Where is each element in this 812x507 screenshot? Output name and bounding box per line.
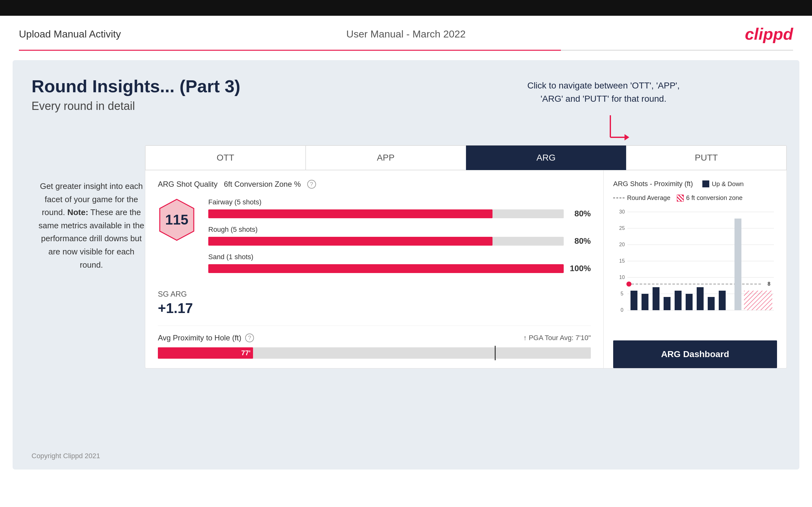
- legend-dash-icon: [613, 198, 624, 199]
- tab-arg[interactable]: ARG: [466, 146, 626, 170]
- sg-label: SG ARG: [158, 290, 591, 298]
- shot-quality-bars: Fairway (5 shots) 80% Rough (5 shots): [208, 198, 591, 280]
- svg-rect-32: [744, 291, 772, 310]
- legend-square-icon: [702, 180, 709, 187]
- shot-row-rough: Rough (5 shots) 80%: [208, 225, 591, 246]
- svg-rect-26: [686, 294, 693, 310]
- svg-rect-28: [708, 297, 715, 310]
- note-label: Note:: [67, 208, 88, 217]
- svg-marker-2: [624, 134, 629, 140]
- svg-rect-29: [719, 291, 726, 310]
- bar-pct-rough: 80%: [569, 236, 591, 246]
- header-divider: [19, 50, 793, 51]
- legend-hatch-icon: [677, 194, 684, 202]
- arg-dashboard-button[interactable]: ARG Dashboard: [613, 340, 777, 368]
- tab-app[interactable]: APP: [306, 146, 466, 170]
- bar-bg-sand: [208, 264, 564, 273]
- section-header: ARG Shot Quality 6ft Conversion Zone % ?: [158, 180, 591, 189]
- bar-bg-fairway: [208, 210, 564, 218]
- annotation-top: Click to navigate between 'OTT', 'APP','…: [527, 79, 680, 106]
- svg-rect-24: [664, 297, 670, 310]
- left-panel: ARG Shot Quality 6ft Conversion Zone % ?…: [145, 170, 604, 368]
- dashboard-panel: OTT APP ARG PUTT ARG Shot Quality 6ft Co…: [145, 145, 787, 369]
- bar-fill-fairway: [208, 210, 493, 218]
- svg-text:20: 20: [619, 242, 625, 247]
- pga-label: ↑ PGA Tour Avg: 7'10": [523, 334, 591, 342]
- svg-text:0: 0: [621, 307, 623, 313]
- shot-row-sand: Sand (1 shots) 100%: [208, 253, 591, 273]
- help-icon[interactable]: ?: [307, 180, 316, 189]
- svg-rect-25: [675, 291, 681, 310]
- svg-text:30: 30: [619, 209, 625, 215]
- shot-label-sand: Sand (1 shots): [208, 253, 591, 261]
- legend-up-down-label: Up & Down: [712, 180, 744, 188]
- header: Upload Manual Activity User Manual - Mar…: [0, 16, 812, 50]
- hex-container: 115 Fairway (5 shots) 80%: [158, 198, 591, 280]
- proximity-header: Avg Proximity to Hole (ft) ? ↑ PGA Tour …: [158, 334, 591, 342]
- main-content: Round Insights... (Part 3) Every round i…: [13, 60, 799, 469]
- shot-label-rough: Rough (5 shots): [208, 225, 591, 234]
- legend-6ft-label: 6 ft conversion zone: [686, 194, 743, 202]
- tab-ott[interactable]: OTT: [145, 146, 306, 170]
- chart-area: 0 5 10 15 20 25 30: [613, 208, 777, 334]
- hexagon-value: 115: [165, 212, 188, 228]
- bar-container-rough: 80%: [208, 236, 591, 246]
- svg-text:15: 15: [619, 258, 625, 264]
- shot-row-fairway: Fairway (5 shots) 80%: [208, 198, 591, 219]
- bar-container-fairway: 80%: [208, 209, 591, 219]
- svg-rect-21: [630, 291, 638, 310]
- clippd-logo: clippd: [745, 24, 793, 44]
- svg-rect-30: [734, 219, 742, 310]
- svg-rect-23: [653, 287, 659, 310]
- section-subtitle: 6ft Conversion Zone %: [224, 180, 301, 189]
- top-bar: [0, 0, 812, 16]
- bar-fill-rough: [208, 237, 493, 246]
- tab-putt[interactable]: PUTT: [626, 146, 786, 170]
- legend-6ft: 6 ft conversion zone: [677, 194, 743, 202]
- svg-point-19: [626, 282, 631, 287]
- bar-container-sand: 100%: [208, 264, 591, 273]
- proximity-help-icon[interactable]: ?: [245, 334, 254, 342]
- proximity-bar-fill: 77': [158, 347, 253, 359]
- section-title: ARG Shot Quality: [158, 180, 217, 189]
- bar-bg-rough: [208, 237, 564, 246]
- svg-text:10: 10: [619, 275, 625, 280]
- sg-value: +1.17: [158, 300, 591, 316]
- score-hexagon: 115: [158, 198, 196, 241]
- proximity-cursor: [495, 346, 496, 360]
- annotation-left: Get greater insight into each facet of y…: [38, 180, 145, 272]
- proximity-label: Avg Proximity to Hole (ft): [158, 334, 241, 342]
- shot-label-fairway: Fairway (5 shots): [208, 198, 591, 206]
- proximity-value: 77': [241, 349, 251, 357]
- svg-text:5: 5: [621, 291, 623, 296]
- upload-manual-activity-link[interactable]: Upload Manual Activity: [19, 29, 121, 40]
- svg-rect-27: [697, 287, 704, 310]
- bar-pct-sand: 100%: [569, 264, 591, 273]
- svg-text:8: 8: [768, 281, 770, 287]
- footer-copyright: Copyright Clippd 2021: [32, 452, 100, 460]
- bar-pct-fairway: 80%: [569, 209, 591, 219]
- legend-up-down: Up & Down: [702, 180, 744, 188]
- chart-title: ARG Shots - Proximity (ft): [613, 180, 693, 188]
- proximity-bar: 77': [158, 347, 591, 359]
- tab-bar: OTT APP ARG PUTT: [145, 146, 786, 170]
- legend-round-avg-label: Round Average: [627, 194, 670, 202]
- panel-body: ARG Shot Quality 6ft Conversion Zone % ?…: [145, 170, 786, 368]
- sg-arg-section: SG ARG +1.17: [158, 290, 591, 316]
- chart-header: ARG Shots - Proximity (ft) Up & Down Rou…: [613, 180, 777, 202]
- svg-text:25: 25: [619, 225, 625, 231]
- svg-rect-22: [642, 294, 649, 310]
- manual-title: User Manual - March 2022: [346, 29, 466, 40]
- legend-round-avg: Round Average: [613, 194, 670, 202]
- proximity-section: Avg Proximity to Hole (ft) ? ↑ PGA Tour …: [158, 326, 591, 359]
- right-panel: ARG Shots - Proximity (ft) Up & Down Rou…: [604, 170, 786, 368]
- bar-fill-sand: [208, 264, 564, 273]
